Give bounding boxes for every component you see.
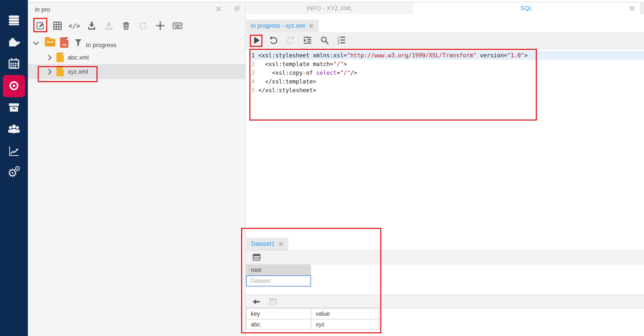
run-button[interactable]: [252, 35, 262, 46]
form-view-icon-disabled[interactable]: [269, 298, 277, 306]
editor-toolbar: 1 2 3: [246, 32, 644, 49]
app-window: ⚙⚙ </>: [0, 0, 644, 336]
file-icon: [56, 53, 64, 62]
key-value-table: key value abc xyz: [246, 308, 379, 330]
line-numbers-button[interactable]: 1 2 3: [336, 35, 347, 46]
gears-icon: ⚙⚙: [8, 167, 20, 180]
close-panel-icon[interactable]: [628, 5, 636, 12]
code-view-button[interactable]: </>: [69, 21, 80, 31]
line-number: 5: [249, 86, 255, 95]
edit-button[interactable]: [35, 21, 46, 31]
svg-text:3: 3: [338, 42, 339, 45]
dataset-root-item[interactable]: root: [246, 264, 311, 275]
nav-sidebar: ⚙⚙: [0, 0, 28, 336]
column-header-value[interactable]: value: [311, 308, 379, 319]
tab-info-xyz[interactable]: INFO - XYZ.XML: [246, 3, 413, 14]
sidebar-item-archive[interactable]: [0, 97, 28, 119]
format-indent-button[interactable]: [302, 35, 313, 46]
code-line-5[interactable]: 5</xsl:stylesheet>: [249, 86, 644, 95]
refresh-button-disabled[interactable]: [138, 21, 148, 31]
line-number: 1: [249, 51, 255, 60]
close-tab-icon[interactable]: [278, 242, 283, 246]
archive-icon: [8, 101, 20, 114]
tree-row-abc[interactable]: abc.xml: [28, 51, 245, 64]
search-icon[interactable]: [319, 35, 330, 46]
explorer-search-input[interactable]: [34, 4, 205, 15]
dataset-name-input[interactable]: [246, 275, 311, 286]
editor-tab-in-progress[interactable]: In progress - xyz.xml: [246, 20, 319, 32]
sidebar-item-chart[interactable]: [0, 141, 28, 162]
tabstrip-end-cap: [640, 3, 644, 14]
media-play-icon: [8, 80, 20, 93]
code-line-4[interactable]: 4 </xsl:template>: [249, 77, 644, 86]
code-line-1[interactable]: 1<xsl:stylesheet xmlns:xsl="http://www.w…: [249, 51, 644, 60]
database-icon: [8, 14, 20, 27]
tree-file-label: xyz.xml: [68, 68, 88, 75]
back-arrow-icon[interactable]: [252, 298, 260, 306]
tab-sql[interactable]: SQL: [413, 3, 640, 14]
sidebar-item-plugins[interactable]: [0, 32, 28, 53]
dataset-detail-toolbar: [246, 295, 644, 308]
line-number: 3: [249, 68, 255, 77]
results-toolbar: [246, 250, 644, 264]
column-header-key[interactable]: key: [246, 308, 311, 319]
chart-icon: [8, 145, 20, 158]
move-button[interactable]: [155, 21, 166, 31]
tree-row-xyz-selected[interactable]: xyz.xml: [28, 64, 245, 79]
tag-icon[interactable]: [232, 5, 241, 14]
line-number: 4: [249, 77, 255, 86]
delete-button[interactable]: [121, 21, 131, 31]
upload-button-disabled[interactable]: [104, 21, 114, 31]
sidebar-item-media-active[interactable]: [0, 75, 28, 97]
chevron-right-icon[interactable]: [46, 55, 52, 61]
undo-button[interactable]: [268, 35, 279, 46]
calendar-icon: [8, 58, 20, 71]
cell-key[interactable]: abc: [246, 319, 311, 330]
table-view-button[interactable]: [52, 21, 63, 31]
keyboard-shortcuts-button[interactable]: [172, 21, 183, 31]
clear-search-icon[interactable]: [215, 6, 222, 13]
cell-value[interactable]: xyz: [311, 319, 379, 330]
sidebar-item-calendar[interactable]: [0, 53, 28, 75]
close-tab-icon[interactable]: [309, 24, 314, 28]
chevron-down-icon[interactable]: [33, 39, 39, 45]
form-view-icon[interactable]: [253, 254, 260, 262]
redo-button-disabled[interactable]: [285, 35, 296, 46]
table-header-row: key value: [246, 308, 379, 319]
filter-icon[interactable]: [74, 38, 82, 48]
chevron-right-icon[interactable]: [46, 69, 52, 75]
puzzle-icon: [8, 36, 20, 49]
code-line-2[interactable]: 2 <xsl:template match="/">: [249, 60, 644, 68]
tree-filter-label: In progress: [86, 42, 116, 49]
main-area: INFO - XYZ.XML SQL In progress - xyz.xml: [246, 0, 644, 336]
table-row[interactable]: abc xyz: [246, 319, 379, 330]
xml-type-badge-icon[interactable]: .XML: [60, 37, 68, 48]
sidebar-item-users[interactable]: [0, 119, 28, 141]
results-tab-dataset1[interactable]: Dataset1: [246, 238, 288, 250]
users-icon: [8, 123, 20, 136]
file-icon: [56, 67, 64, 76]
file-explorer-panel: </>: [28, 3, 246, 336]
tree-file-label: abc.xml: [68, 54, 89, 61]
sidebar-item-database[interactable]: [0, 10, 28, 32]
sidebar-item-settings[interactable]: ⚙⚙: [0, 162, 28, 184]
folder-file-protocol-icon[interactable]: file:///: [45, 39, 55, 46]
download-button[interactable]: [86, 21, 97, 31]
code-line-3[interactable]: 3 <xsl:copy-of select="/"/>: [249, 68, 644, 77]
line-number: 2: [249, 60, 255, 68]
